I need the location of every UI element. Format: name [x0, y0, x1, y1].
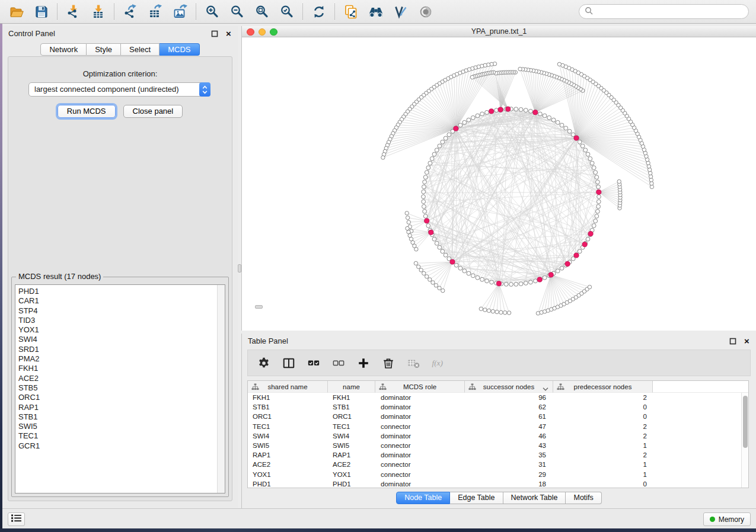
export-image-icon[interactable] — [172, 4, 188, 20]
float-table-panel-icon[interactable] — [729, 337, 736, 345]
add-column-icon[interactable] — [356, 356, 371, 370]
table-row[interactable]: STB1 STB1 dominator 62 0 — [248, 402, 741, 412]
table-row[interactable]: PHD1 PHD1 dominator 18 0 — [248, 479, 741, 488]
tab-style[interactable]: Style — [87, 43, 121, 56]
table-panel-title: Table Panel — [242, 334, 756, 349]
tab-node-table[interactable]: Node Table — [396, 492, 450, 504]
tab-mcds[interactable]: MCDS — [160, 43, 199, 56]
memory-button[interactable]: Memory — [703, 512, 751, 526]
maximize-window-icon[interactable] — [270, 28, 277, 36]
mcds-node-item[interactable]: STB1 — [18, 412, 225, 422]
sort-desc-icon — [543, 385, 548, 389]
delete-column-icon[interactable] — [381, 356, 395, 370]
list-icon — [11, 514, 22, 525]
close-panel-icon[interactable]: × — [225, 30, 232, 37]
float-panel-icon[interactable] — [210, 30, 218, 37]
delete-table-icon — [406, 356, 420, 370]
network-canvas[interactable] — [242, 38, 756, 331]
export-table-icon[interactable] — [147, 4, 163, 20]
namespace-icon — [468, 383, 476, 390]
mcds-result-list: PHD1CAR1STP4TID3YOX1SWI4SRD1PMA2FKH1ACE2… — [15, 284, 225, 493]
clone-network-icon[interactable] — [343, 4, 359, 20]
zoom-selected-icon[interactable] — [279, 4, 295, 20]
memory-label: Memory — [719, 515, 744, 524]
vizmapper-icon[interactable] — [393, 4, 409, 20]
import-network-icon[interactable] — [65, 4, 81, 20]
desktop-wallpaper-bottom — [0, 528, 756, 532]
task-history-button[interactable] — [8, 512, 25, 526]
mcds-node-item[interactable]: STP4 — [18, 306, 225, 316]
refresh-view-icon[interactable] — [311, 4, 327, 20]
memory-status-icon — [710, 517, 715, 522]
import-table-icon[interactable] — [90, 4, 106, 20]
select-all-icon[interactable] — [307, 356, 321, 370]
table-row[interactable]: FKH1 FKH1 dominator 96 2 — [248, 393, 741, 402]
splitter-grip-horizontal-icon[interactable] — [255, 305, 263, 309]
main-toolbar — [0, 0, 756, 24]
mcds-result-group: MCDS result (17 nodes) PHD1CAR1STP4TID3Y… — [11, 277, 229, 497]
minimize-window-icon[interactable] — [259, 28, 266, 36]
mcds-node-item[interactable]: SWI4 — [18, 335, 225, 344]
column-header-mcds-role[interactable]: MCDS role — [375, 381, 465, 393]
mcds-node-item[interactable]: TEC1 — [18, 431, 225, 441]
column-header-successor-nodes[interactable]: successor nodes — [465, 381, 553, 393]
export-network-icon[interactable] — [122, 4, 138, 20]
tab-network-table[interactable]: Network Table — [503, 492, 566, 504]
table-scrollbar[interactable] — [741, 393, 748, 488]
mcds-node-item[interactable]: RAP1 — [18, 403, 225, 412]
mcds-node-item[interactable]: SRD1 — [18, 345, 225, 354]
show-graphics-icon[interactable] — [417, 4, 433, 20]
mcds-node-item[interactable]: ACE2 — [18, 374, 225, 383]
settings-icon[interactable] — [257, 356, 271, 370]
network-graph[interactable] — [242, 38, 756, 330]
table-row[interactable]: TEC1 TEC1 connector 47 2 — [248, 422, 741, 431]
search-box[interactable] — [579, 4, 749, 19]
mcds-node-item[interactable]: GCR1 — [18, 441, 225, 451]
table-row[interactable]: YOX1 YOX1 connector 29 1 — [248, 470, 741, 479]
mcds-node-item[interactable]: PHD1 — [18, 287, 225, 296]
mcds-node-item[interactable]: YOX1 — [18, 325, 225, 335]
run-mcds-button[interactable]: Run MCDS — [58, 105, 116, 118]
save-session-icon[interactable] — [33, 4, 49, 20]
open-file-icon[interactable] — [8, 4, 24, 20]
mcds-node-item[interactable]: CAR1 — [18, 296, 225, 306]
table-body: FKH1 FKH1 dominator 96 2 STB1 STB1 domin… — [248, 393, 741, 488]
mcds-node-item[interactable]: SWI5 — [18, 422, 225, 431]
mcds-node-item[interactable]: STB5 — [18, 383, 225, 393]
tab-edge-table[interactable]: Edge Table — [450, 492, 503, 504]
optimization-label: Optimization criterion: — [8, 69, 232, 78]
tab-network[interactable]: Network — [40, 43, 87, 56]
column-header-shared-name[interactable]: shared name — [248, 381, 328, 393]
zoom-out-icon[interactable] — [229, 4, 245, 20]
zoom-fit-icon[interactable] — [254, 4, 270, 20]
network-view-frame: YPA_prune.txt_1 — [241, 26, 756, 331]
search-input[interactable] — [596, 8, 743, 16]
close-panel-button[interactable]: Close panel — [123, 105, 183, 118]
zoom-in-icon[interactable] — [204, 4, 220, 20]
network-window-title: YPA_prune.txt_1 — [471, 27, 527, 36]
optimization-criterion-select[interactable]: largest connected component (undirected) — [28, 82, 210, 97]
column-view-icon[interactable] — [282, 356, 296, 370]
column-header-predecessor-nodes[interactable]: predecessor nodes — [553, 381, 653, 393]
tab-motifs[interactable]: Motifs — [566, 492, 601, 504]
deselect-all-icon[interactable] — [331, 356, 346, 370]
table-panel: Table Panel × f(x) shared namenameMCDS r… — [241, 334, 756, 508]
mcds-node-item[interactable]: PMA2 — [18, 354, 225, 364]
tab-select[interactable]: Select — [121, 43, 160, 56]
table-row[interactable]: RAP1 RAP1 dominator 35 2 — [248, 450, 741, 460]
table-row[interactable]: SWI5 SWI5 connector 43 1 — [248, 441, 741, 450]
mcds-panel: Optimization criterion: largest connecte… — [8, 56, 232, 501]
find-network-icon[interactable] — [368, 4, 384, 20]
network-window-titlebar[interactable]: YPA_prune.txt_1 — [242, 26, 756, 37]
close-window-icon[interactable] — [247, 28, 254, 36]
table-scrollbar-thumb[interactable] — [743, 396, 748, 448]
table-row[interactable]: SWI4 SWI4 dominator 46 2 — [248, 431, 741, 441]
mcds-node-item[interactable]: TID3 — [18, 316, 225, 325]
column-header-name[interactable]: name — [328, 381, 375, 393]
table-row[interactable]: ORC1 ORC1 dominator 61 0 — [248, 412, 741, 421]
mcds-node-item[interactable]: FKH1 — [18, 364, 225, 373]
mcds-node-item[interactable]: ORC1 — [18, 393, 225, 402]
close-table-panel-icon[interactable]: × — [743, 337, 751, 345]
table-row[interactable]: ACE2 ACE2 connector 31 1 — [248, 460, 741, 469]
result-list-scrollbar[interactable] — [217, 285, 225, 493]
